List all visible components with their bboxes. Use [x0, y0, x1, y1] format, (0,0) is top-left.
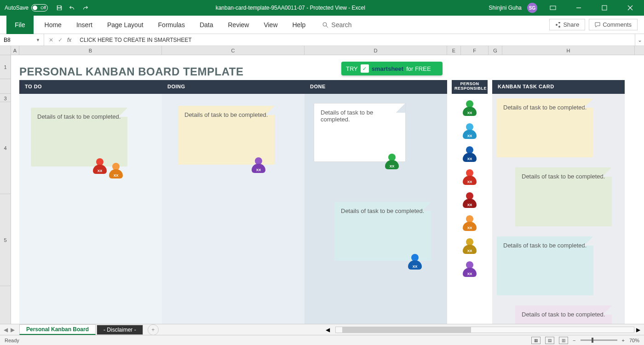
prev-sheet-icon[interactable]: ◀ [4, 327, 8, 333]
kanban-card[interactable]: Details of task to be completed. [31, 108, 127, 167]
person-icon[interactable]: XX [385, 154, 399, 170]
tab-page-layout[interactable]: Page Layout [100, 16, 151, 34]
share-icon [555, 22, 561, 28]
person-icon[interactable]: XX [252, 157, 265, 174]
zoom-level[interactable]: 70% [629, 338, 639, 343]
svg-line-4 [326, 26, 328, 28]
next-sheet-icon[interactable]: ▶ [11, 327, 15, 333]
svg-point-3 [323, 23, 327, 26]
person-icon[interactable]: XX [408, 254, 422, 270]
tab-data[interactable]: Data [192, 16, 221, 34]
kanban-card[interactable]: Details of task to be completed. [178, 106, 275, 165]
header-doing: DOING [162, 80, 305, 94]
redo-icon[interactable] [82, 5, 88, 11]
row-5[interactable]: 5 [0, 194, 11, 286]
try-smartsheet-button[interactable]: TRY ✓ smartsheet for FREE [341, 62, 443, 75]
scroll-left-icon[interactable]: ◀ [326, 327, 330, 333]
search-box[interactable]: Search [322, 21, 351, 29]
expand-formula-icon[interactable]: ⌄ [635, 34, 644, 46]
add-sheet-button[interactable]: + [148, 324, 159, 335]
cancel-icon[interactable]: ✕ [49, 37, 53, 43]
col-d[interactable]: D [305, 46, 447, 55]
tab-home[interactable]: Home [37, 16, 69, 34]
chevron-down-icon[interactable]: ▼ [36, 38, 40, 42]
kanban-card[interactable]: Details of task to be completed. [497, 98, 593, 157]
kanban-card[interactable]: Details of task to be completed. [314, 103, 406, 162]
person-icon[interactable]: XX [109, 163, 123, 179]
col-h[interactable]: H [502, 46, 635, 55]
person-icon[interactable]: XX [463, 146, 477, 163]
toggle-switch[interactable]: Off [31, 4, 48, 12]
ribbon-display-icon[interactable] [543, 0, 563, 16]
column-headers: A B C D E F G H [0, 46, 644, 55]
undo-icon[interactable] [69, 5, 75, 11]
person-icon[interactable]: XX [463, 238, 477, 255]
tab-formulas[interactable]: Formulas [151, 16, 192, 34]
kanban-card[interactable]: Details of task to be completed. [334, 202, 431, 261]
col-e[interactable]: E [447, 46, 461, 55]
header-done: DONE [305, 80, 447, 94]
header-person: PERSON RESPONSIBLE [452, 80, 488, 94]
tab-insert[interactable]: Insert [69, 16, 100, 34]
title-bar: AutoSave Off kanban-card-template-95AA00… [0, 0, 644, 16]
person-icon[interactable]: XX [463, 261, 477, 278]
scroll-right-icon[interactable]: ▶ [636, 327, 640, 333]
zoom-in-icon[interactable]: + [622, 338, 625, 343]
tab-review[interactable]: Review [221, 16, 257, 34]
tab-view[interactable]: View [256, 16, 285, 34]
window-title: kanban-card-template-95AA0011-07 - Prote… [92, 5, 489, 11]
share-button[interactable]: Share [549, 19, 585, 30]
close-icon[interactable] [620, 0, 640, 16]
person-icon[interactable]: XX [463, 100, 477, 117]
save-icon[interactable] [56, 5, 63, 11]
zoom-slider[interactable] [581, 339, 617, 341]
person-icon[interactable]: XX [463, 192, 477, 209]
kanban-headers: TO DO DOING DONE PERSON RESPONSIBLE KANB… [19, 80, 635, 94]
lane-done: Details of task to be completed. XX Deta… [305, 94, 447, 329]
col-g[interactable]: G [489, 46, 502, 55]
row-3[interactable]: 3 [0, 94, 11, 102]
header-task: KANBAN TASK CARD [492, 80, 625, 94]
spreadsheet-grid[interactable]: PERSONAL KANBAN BOARD TEMPLATE TRY ✓ sma… [11, 55, 644, 329]
comments-button[interactable]: Comments [589, 19, 638, 30]
svg-rect-0 [550, 6, 556, 10]
minimize-icon[interactable] [569, 0, 589, 16]
lane-doing: Details of task to be completed. XX [162, 94, 305, 329]
maximize-icon[interactable] [594, 0, 615, 16]
status-ready: Ready [5, 338, 19, 343]
sheet-tab-kanban[interactable]: Personal Kanban Board [19, 324, 96, 335]
sheet-tab-disclaimer[interactable]: - Disclaimer - [97, 325, 143, 335]
zoom-out-icon[interactable]: − [573, 338, 575, 343]
lane-task-card: Details of task to be completed. Details… [492, 94, 625, 329]
fx-icon[interactable]: fx [67, 37, 71, 43]
normal-view-icon[interactable]: ▦ [531, 337, 540, 344]
page-break-icon[interactable]: ▥ [559, 337, 568, 344]
row-1[interactable]: 1 [0, 55, 11, 79]
row-2[interactable] [0, 79, 11, 94]
col-c[interactable]: C [162, 46, 305, 55]
person-icon[interactable]: XX [463, 123, 477, 140]
tab-help[interactable]: Help [285, 16, 313, 34]
page-layout-icon[interactable]: ▤ [545, 337, 554, 344]
tab-file[interactable]: File [6, 16, 34, 34]
select-all-corner[interactable] [0, 46, 11, 55]
name-box[interactable]: B8 ▼ [0, 34, 44, 46]
col-a[interactable]: A [11, 46, 19, 55]
enter-icon[interactable]: ✓ [58, 37, 63, 43]
horizontal-scrollbar[interactable] [335, 327, 634, 333]
formula-input[interactable]: CLICK HERE TO CREATE IN SMARTSHEET [76, 37, 635, 43]
col-b[interactable]: B [19, 46, 162, 55]
search-icon [322, 22, 328, 28]
person-icon[interactable]: XX [463, 169, 477, 186]
col-f[interactable]: F [461, 46, 489, 55]
user-avatar[interactable]: SG [527, 3, 537, 13]
page-title: PERSONAL KANBAN BOARD TEMPLATE [19, 65, 243, 78]
autosave-toggle[interactable]: AutoSave Off [0, 4, 52, 12]
person-icon[interactable]: XX [463, 215, 477, 232]
kanban-card[interactable]: Details of task to be completed. [497, 236, 593, 295]
kanban-card[interactable]: Details of task to be completed. [515, 167, 612, 226]
row-4[interactable]: 4 [0, 102, 11, 194]
quick-access-toolbar [52, 5, 92, 11]
lane-person: XX XX XX XX XX XX XX XX [452, 94, 488, 329]
person-icon[interactable]: XX [93, 158, 107, 175]
